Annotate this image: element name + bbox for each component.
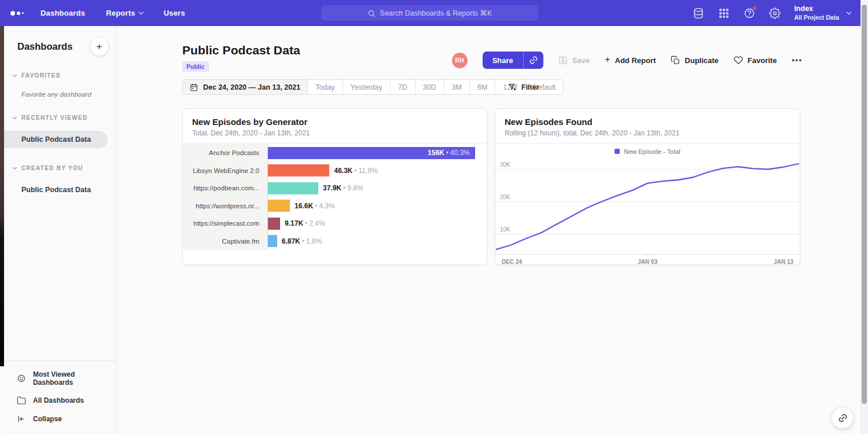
bar-value: 6.87K xyxy=(282,237,300,245)
report-card-new-episodes-by-generator[interactable]: New Episodes by Generator Total, Dec 24t… xyxy=(182,108,487,265)
project-subtitle: All Project Data xyxy=(794,14,839,21)
card-title: New Episodes by Generator xyxy=(192,117,477,127)
section-created-by-you[interactable]: CREATED BY YOU xyxy=(13,165,116,171)
separator-dot: • xyxy=(343,184,345,192)
section-recently-viewed[interactable]: RECENTLY VIEWED xyxy=(13,115,116,121)
page-scrollbar[interactable] xyxy=(860,0,868,434)
card-title: New Episodes Found xyxy=(505,117,790,127)
collapse-sidebar-button[interactable]: Collapse xyxy=(4,410,116,428)
project-selector[interactable]: Index All Project Data xyxy=(794,5,851,21)
bar-row: Libsyn WebEngine 2.046.3K•11.9% xyxy=(183,162,487,180)
save-button[interactable]: Save xyxy=(558,56,590,65)
more-options-button[interactable]: ••• xyxy=(792,56,803,64)
bar[interactable] xyxy=(268,200,290,212)
separator-dot: • xyxy=(305,219,307,227)
smiley-icon xyxy=(17,374,26,383)
duplicate-button[interactable]: Duplicate xyxy=(671,56,719,65)
bar-row: Anchor Podcasts156K•40.3% xyxy=(183,144,487,162)
public-badge: Public xyxy=(182,61,209,72)
bar-percent: 11.9% xyxy=(358,167,377,175)
header-actions: RH Share Save + Add Report Duplicate Fav… xyxy=(452,52,803,69)
bar[interactable] xyxy=(268,164,329,176)
apps-grid-icon[interactable] xyxy=(718,7,730,20)
share-button-group: Share xyxy=(483,52,543,69)
logo-dot xyxy=(17,12,20,15)
bar-value: 156K xyxy=(428,149,444,157)
bar-category-label: https://simplecast.com xyxy=(183,215,268,233)
date-preset-6m[interactable]: 6M xyxy=(469,80,495,94)
date-preset-3m[interactable]: 3M xyxy=(444,80,469,94)
project-name: Index xyxy=(794,5,839,14)
data-icon[interactable] xyxy=(692,7,705,20)
share-link-floating-button[interactable] xyxy=(832,407,854,429)
date-preset-today[interactable]: Today xyxy=(307,80,342,94)
bar-category-label: https://wordpress.or... xyxy=(183,197,268,215)
separator-dot: • xyxy=(302,237,304,245)
bar[interactable] xyxy=(268,218,280,230)
share-button[interactable]: Share xyxy=(483,52,523,69)
filter-label: Filter xyxy=(521,83,539,91)
bar-track: 6.87K•1.8% xyxy=(268,233,487,251)
date-range-button[interactable]: Dec 24, 2020 — Jan 13, 2021 xyxy=(183,80,307,94)
nav-item-reports[interactable]: Reports xyxy=(106,9,143,17)
date-preset-30d[interactable]: 30D xyxy=(415,80,444,94)
bar-value: 16.6K xyxy=(295,202,313,210)
nav-item-dashboards[interactable]: Dashboards xyxy=(41,9,85,17)
bar-row: https://simplecast.com9.17K•2.4% xyxy=(183,215,487,233)
add-dashboard-button[interactable]: + xyxy=(90,38,108,56)
add-report-label: Add Report xyxy=(615,56,656,65)
page-title: Public Podcast Data xyxy=(182,43,300,57)
favorites-empty-note: Favorite any dashboard xyxy=(21,91,116,98)
calendar-icon xyxy=(190,83,198,91)
bar[interactable]: 156K•40.3% xyxy=(268,147,475,159)
x-axis: DEC 24 JAN 03 JAN 13 xyxy=(495,254,800,267)
nav-item-label: Reports xyxy=(106,9,135,17)
chart-legend: New Episode - Total xyxy=(495,144,800,159)
line-plot: 10K20K30K xyxy=(495,159,800,254)
notification-badge xyxy=(752,6,757,10)
x-tick-mark xyxy=(648,255,648,256)
filter-button[interactable]: Filter xyxy=(508,79,539,95)
date-preset-yesterday[interactable]: Yesterday xyxy=(343,80,390,94)
bar-track: 46.3K•11.9% xyxy=(268,162,487,180)
x-tick-label: JAN 13 xyxy=(774,259,793,265)
line-series-new-episode-total[interactable] xyxy=(495,159,800,254)
scrollbar-thumb[interactable] xyxy=(862,5,867,404)
bar-track: 37.9K•9.8% xyxy=(268,179,487,197)
settings-icon[interactable] xyxy=(768,7,781,20)
help-icon[interactable] xyxy=(743,7,756,20)
bar-value: 37.9K xyxy=(323,184,341,192)
filter-icon xyxy=(508,83,517,91)
bar[interactable] xyxy=(268,182,318,194)
separator-dot: • xyxy=(354,167,356,175)
copy-link-button[interactable] xyxy=(523,52,543,69)
sidebar-item-public-podcast-data-created[interactable]: Public Podcast Data xyxy=(4,181,116,198)
save-icon xyxy=(558,56,568,65)
most-viewed-dashboards-button[interactable]: Most Viewed Dashboards xyxy=(4,366,116,391)
bar-category-label: Anchor Podcasts xyxy=(183,144,268,162)
duplicate-icon xyxy=(671,56,680,65)
report-card-new-episodes-found[interactable]: New Episodes Found Rolling (12 hours), t… xyxy=(495,108,800,265)
search-input[interactable]: Search Dashboards & Reports ⌘K xyxy=(321,5,538,21)
bar-value: 9.17K xyxy=(285,219,303,227)
bar[interactable] xyxy=(268,235,277,247)
avatar[interactable]: RH xyxy=(452,53,468,68)
sidebar-item-public-podcast-data[interactable]: Public Podcast Data xyxy=(4,131,108,148)
bar-category-label: Libsyn WebEngine 2.0 xyxy=(183,162,268,180)
nav-item-users[interactable]: Users xyxy=(164,9,185,17)
favorite-button[interactable]: Favorite xyxy=(734,56,777,65)
section-favorites[interactable]: FAVORITES xyxy=(13,72,116,79)
chevron-down-icon xyxy=(138,10,143,14)
chevron-down-icon xyxy=(847,10,851,14)
link-icon xyxy=(527,54,540,67)
bar-row: https://podbean.com...37.9K•9.8% xyxy=(183,179,487,197)
add-report-button[interactable]: + Add Report xyxy=(605,56,656,65)
search-icon xyxy=(367,9,376,17)
all-dashboards-button[interactable]: All Dashboards xyxy=(4,391,116,410)
bar-percent: 40.3% xyxy=(450,149,470,157)
bar-category-label: Captivate.fm xyxy=(183,233,268,251)
date-preset-7d[interactable]: 7D xyxy=(390,80,415,94)
x-tick-label: JAN 03 xyxy=(638,259,657,265)
footer-item-label: Most Viewed Dashboards xyxy=(33,370,116,387)
app-logo[interactable] xyxy=(10,11,24,16)
